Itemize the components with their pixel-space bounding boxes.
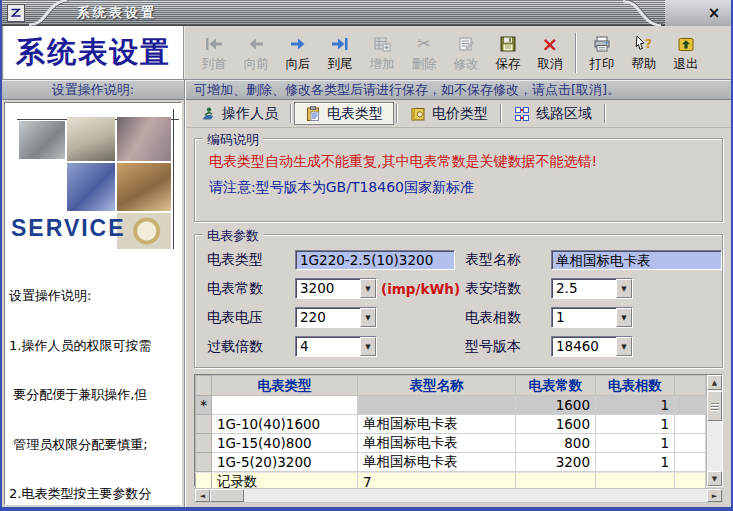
table-row[interactable]: 1G-10(40)1600 单相国标电卡表 1600 1: [196, 415, 706, 434]
version-combobox[interactable]: 18460 ▼: [551, 336, 633, 357]
photo-keyboard: [67, 163, 115, 211]
table-row[interactable]: 1G-5(20)3200 单相国标电卡表 3200 1: [196, 453, 706, 472]
chevron-down-icon[interactable]: ▼: [616, 279, 632, 298]
delete-label: 删除: [412, 56, 437, 73]
voltage-label: 电表电压: [207, 309, 295, 327]
cancel-button[interactable]: × 取消: [529, 28, 571, 78]
version-label: 型号版本: [465, 338, 551, 356]
exit-label: 退出: [674, 56, 699, 73]
table-row[interactable]: 1G-15(40)800 单相国标电卡表 800 1: [196, 434, 706, 453]
nav-last-icon: [330, 33, 350, 55]
chevron-down-icon[interactable]: ▼: [616, 308, 632, 327]
cell-phases[interactable]: 1: [596, 453, 675, 472]
phases-combobox[interactable]: 1 ▼: [551, 307, 633, 328]
exit-icon: [677, 33, 695, 55]
add-button[interactable]: 增加: [361, 28, 403, 78]
edit-button[interactable]: 修改: [445, 28, 487, 78]
chevron-down-icon[interactable]: ▼: [360, 337, 376, 356]
row-selector[interactable]: [196, 453, 212, 472]
row-selector[interactable]: [196, 415, 212, 434]
cell-model-name[interactable]: 单相国标电卡表: [358, 415, 516, 434]
chevron-down-icon[interactable]: ▼: [360, 308, 376, 327]
scroll-left-icon[interactable]: ◄: [195, 489, 210, 502]
tab-meter-types[interactable]: 电表类型: [294, 102, 394, 125]
cell-constant[interactable]: 1600: [516, 415, 596, 434]
cell-meter-type[interactable]: 1G-5(20)3200: [212, 453, 358, 472]
exit-button[interactable]: 退出: [665, 28, 707, 78]
close-button[interactable]: ×: [703, 4, 725, 22]
service-wordmark: SERVICE: [11, 215, 126, 242]
cell-meter-type[interactable]: 1G-15(40)800: [212, 434, 358, 453]
cell-model-name[interactable]: [358, 396, 516, 415]
main-row: 设置操作说明: SERVICE 设置操作说明: 1.操作人员的权限可按需: [2, 80, 731, 507]
col-header-meter-type[interactable]: 电表类型: [212, 376, 358, 396]
printer-icon: [593, 33, 611, 55]
scroll-down-icon[interactable]: ▼: [707, 471, 722, 486]
cell-meter-type[interactable]: 1G-10(40)1600: [212, 415, 358, 434]
region-diagram-icon: [514, 106, 530, 122]
cell-phases[interactable]: 1: [596, 396, 675, 415]
floppy-save-icon: [499, 33, 517, 55]
nav-next-button[interactable]: 向后: [277, 28, 319, 78]
tab-operators[interactable]: 操作人员: [190, 102, 288, 125]
voltage-combobox[interactable]: 220 ▼: [295, 307, 377, 328]
tab-separator: [500, 104, 502, 123]
col-header-phases[interactable]: 电表相数: [596, 376, 675, 396]
cell-constant[interactable]: 1600: [516, 396, 596, 415]
meter-type-field[interactable]: 1G220-2.5(10)3200: [295, 250, 455, 270]
tab-bar: 操作人员 电表类型: [186, 100, 731, 128]
row-selector-asterisk[interactable]: *: [196, 396, 212, 415]
sidebar: 设置操作说明: SERVICE 设置操作说明: 1.操作人员的权限可按需: [2, 80, 185, 507]
titlebar-swoosh-right: [619, 0, 665, 26]
tab-line-regions[interactable]: 线路区域: [504, 102, 602, 125]
nav-last-button[interactable]: 到尾: [319, 28, 361, 78]
overload-combobox[interactable]: 4 ▼: [295, 336, 377, 357]
col-header-model-name[interactable]: 表型名称: [358, 376, 516, 396]
amperage-label: 表安培数: [465, 280, 551, 298]
sidebar-panel: SERVICE 设置操作说明: 1.操作人员的权限可按需 要分配便于兼职操作,但…: [4, 102, 182, 505]
col-header-constant[interactable]: 电表常数: [516, 376, 596, 396]
vertical-scrollbar[interactable]: ▲ ▼: [706, 375, 722, 486]
save-button[interactable]: 保存: [487, 28, 529, 78]
cell-phases[interactable]: 1: [596, 415, 675, 434]
horizontal-scrollbar[interactable]: ◄ ►: [194, 488, 723, 503]
scroll-right-icon[interactable]: ►: [707, 489, 722, 502]
cell-phases[interactable]: 1: [596, 434, 675, 453]
delete-button[interactable]: ✂ 删除: [403, 28, 445, 78]
constant-combobox[interactable]: 3200 ▼: [295, 278, 377, 299]
vertical-scroll-thumb[interactable]: [707, 391, 722, 421]
row-selector[interactable]: [196, 434, 212, 453]
nav-prev-label: 向前: [244, 56, 269, 73]
horizontal-scroll-thumb[interactable]: [210, 489, 244, 502]
tab-price-types-label: 电价类型: [432, 105, 488, 123]
model-name-field[interactable]: 单相国标电卡表: [551, 250, 722, 270]
nav-first-label: 到首: [202, 56, 227, 73]
help-button[interactable]: ? 帮助: [623, 28, 665, 78]
instruction-line: 1.操作人员的权限可按需: [9, 338, 181, 355]
cell-meter-type[interactable]: [212, 396, 358, 415]
chevron-down-icon[interactable]: ▼: [360, 279, 376, 298]
chevron-down-icon[interactable]: ▼: [616, 337, 632, 356]
constant-unit: (imp/kWh): [381, 281, 460, 297]
print-button[interactable]: 打印: [581, 28, 623, 78]
cell-constant[interactable]: 3200: [516, 453, 596, 472]
model-name-label: 表型名称: [465, 251, 551, 269]
table-row-new[interactable]: * 1600 1: [196, 396, 706, 415]
edit-note-icon: [457, 33, 475, 55]
nav-prev-button[interactable]: 向前: [235, 28, 277, 78]
cell-model-name[interactable]: 单相国标电卡表: [358, 434, 516, 453]
phases-value: 1: [552, 308, 616, 327]
toolbar-separator: [575, 33, 577, 73]
cancel-x-icon: ×: [542, 33, 559, 55]
nav-first-button[interactable]: 到首: [193, 28, 235, 78]
notice-text: 可增加、删除、修改各类型后请进行保存，如不保存修改，请点击[取消]。: [194, 81, 620, 99]
cell-model-name[interactable]: 单相国标电卡表: [358, 453, 516, 472]
tab-price-types[interactable]: 电价类型: [400, 102, 498, 125]
cell-constant[interactable]: 800: [516, 434, 596, 453]
amperage-combobox[interactable]: 2.5 ▼: [551, 278, 633, 299]
coding-note-groupbox: 编码说明 电表类型自动生成不能重复,其中电表常数是关键数据不能选错! 请注意:型…: [194, 138, 723, 222]
collage-line-v: [173, 109, 174, 249]
phases-label: 电表相数: [465, 309, 551, 327]
scroll-up-icon[interactable]: ▲: [707, 375, 722, 390]
tab-line-regions-label: 线路区域: [536, 105, 592, 123]
